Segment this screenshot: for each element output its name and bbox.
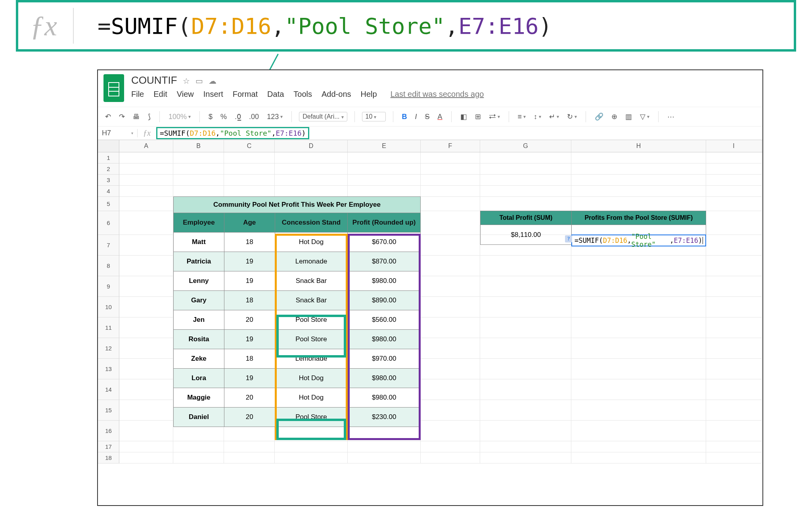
cell[interactable] bbox=[421, 276, 480, 297]
row-header[interactable]: 9 bbox=[98, 276, 119, 297]
table-cell[interactable]: Rosita bbox=[174, 330, 224, 349]
cell[interactable] bbox=[571, 152, 706, 163]
cell[interactable] bbox=[348, 186, 421, 197]
menu-insert[interactable]: Insert bbox=[203, 90, 223, 99]
table-cell[interactable]: 18 bbox=[224, 233, 275, 252]
cell[interactable] bbox=[571, 317, 706, 338]
cell[interactable] bbox=[421, 452, 480, 463]
table-cell[interactable]: $890.00 bbox=[348, 291, 421, 310]
cell[interactable] bbox=[706, 256, 762, 276]
cell[interactable] bbox=[706, 338, 762, 359]
cell[interactable] bbox=[173, 163, 224, 175]
cell[interactable] bbox=[119, 256, 173, 276]
cell[interactable] bbox=[421, 175, 480, 186]
cell[interactable] bbox=[706, 441, 762, 452]
cell[interactable] bbox=[706, 197, 762, 211]
cell-editor[interactable]: ? =SUMIF(D7:D16,"Pool Store",E7:E16) bbox=[571, 235, 706, 246]
table-cell[interactable]: 19 bbox=[224, 330, 275, 349]
row-header[interactable]: 10 bbox=[98, 297, 119, 317]
cell[interactable] bbox=[119, 211, 173, 235]
cell[interactable] bbox=[173, 441, 224, 452]
cell[interactable] bbox=[224, 163, 275, 175]
cell[interactable] bbox=[224, 441, 275, 452]
italic-button[interactable]: I bbox=[414, 111, 419, 123]
row-header[interactable]: 1 bbox=[98, 152, 119, 163]
cell[interactable] bbox=[119, 297, 173, 317]
cell[interactable] bbox=[119, 235, 173, 256]
cell[interactable] bbox=[571, 276, 706, 297]
cell[interactable] bbox=[119, 338, 173, 359]
cell[interactable] bbox=[119, 175, 173, 186]
menu-edit[interactable]: Edit bbox=[153, 90, 167, 99]
cell[interactable] bbox=[480, 276, 571, 297]
table-cell[interactable]: 20 bbox=[224, 388, 275, 408]
cell[interactable] bbox=[706, 421, 762, 441]
menu-file[interactable]: File bbox=[131, 90, 144, 99]
cell[interactable] bbox=[480, 197, 571, 211]
font-select[interactable]: Default (Ari... bbox=[299, 112, 347, 121]
col-header[interactable]: H bbox=[571, 140, 706, 152]
col-header[interactable]: E bbox=[348, 140, 421, 152]
cell[interactable] bbox=[421, 297, 480, 317]
star-icon[interactable]: ☆ bbox=[183, 76, 190, 86]
table-cell[interactable]: Pool Store bbox=[275, 330, 348, 349]
cell[interactable] bbox=[706, 317, 762, 338]
row-header[interactable]: 15 bbox=[98, 400, 119, 421]
row-header[interactable]: 3 bbox=[98, 175, 119, 186]
menu-view[interactable]: View bbox=[177, 90, 194, 99]
table-cell[interactable]: Patricia bbox=[174, 252, 224, 271]
cell[interactable] bbox=[571, 359, 706, 379]
cell[interactable] bbox=[173, 186, 224, 197]
cell[interactable] bbox=[421, 400, 480, 421]
link-icon[interactable]: 🔗 bbox=[593, 111, 605, 123]
cell[interactable] bbox=[275, 152, 348, 163]
cell[interactable] bbox=[348, 452, 421, 463]
table-cell[interactable]: Lenny bbox=[174, 271, 224, 291]
cell[interactable] bbox=[480, 359, 571, 379]
font-size-select[interactable]: 10 bbox=[362, 112, 386, 121]
cell[interactable] bbox=[224, 152, 275, 163]
formula-help-icon[interactable]: ? bbox=[565, 235, 572, 242]
chart-icon[interactable]: ▥ bbox=[624, 111, 634, 123]
cell[interactable] bbox=[571, 338, 706, 359]
cell[interactable] bbox=[348, 152, 421, 163]
redo-icon[interactable]: ↷ bbox=[117, 111, 126, 123]
last-edit-link[interactable]: Last edit was seconds ago bbox=[391, 90, 484, 99]
cell[interactable] bbox=[119, 452, 173, 463]
document-title[interactable]: COUNTIF bbox=[131, 74, 177, 87]
table-cell[interactable]: 18 bbox=[224, 291, 275, 310]
table-cell[interactable]: Lemonade bbox=[275, 252, 348, 271]
cell[interactable] bbox=[706, 297, 762, 317]
cell[interactable] bbox=[480, 317, 571, 338]
col-header[interactable]: C bbox=[224, 140, 275, 152]
col-header[interactable]: G bbox=[480, 140, 571, 152]
table-cell[interactable]: Snack Bar bbox=[275, 291, 348, 310]
row-header[interactable]: 5 bbox=[98, 197, 119, 211]
row-header[interactable]: 8 bbox=[98, 256, 119, 276]
grid[interactable]: A B C D E F G H I 1234567891011121314151… bbox=[98, 140, 762, 463]
cell[interactable] bbox=[706, 163, 762, 175]
cell[interactable] bbox=[480, 338, 571, 359]
cell[interactable] bbox=[275, 441, 348, 452]
table-cell[interactable]: $970.00 bbox=[348, 349, 421, 369]
borders-icon[interactable]: ⊞ bbox=[473, 111, 483, 123]
cell[interactable] bbox=[119, 186, 173, 197]
cell[interactable] bbox=[421, 338, 480, 359]
cell[interactable] bbox=[119, 379, 173, 400]
cell[interactable] bbox=[119, 163, 173, 175]
row-header[interactable]: 13 bbox=[98, 359, 119, 379]
cell[interactable] bbox=[421, 441, 480, 452]
table-cell[interactable]: Gary bbox=[174, 291, 224, 310]
cell[interactable] bbox=[480, 400, 571, 421]
undo-icon[interactable]: ↶ bbox=[103, 111, 113, 123]
cell[interactable] bbox=[421, 256, 480, 276]
cell[interactable] bbox=[421, 211, 480, 235]
bold-button[interactable]: B bbox=[400, 111, 409, 123]
percent-button[interactable]: % bbox=[219, 111, 228, 123]
table-cell[interactable]: $560.00 bbox=[348, 310, 421, 330]
rotate-icon[interactable]: ↻ bbox=[565, 111, 578, 123]
table-cell[interactable]: 19 bbox=[224, 252, 275, 271]
cell[interactable] bbox=[480, 297, 571, 317]
table-cell[interactable]: $980.00 bbox=[348, 369, 421, 388]
valign-icon[interactable]: ↕ bbox=[532, 111, 543, 123]
